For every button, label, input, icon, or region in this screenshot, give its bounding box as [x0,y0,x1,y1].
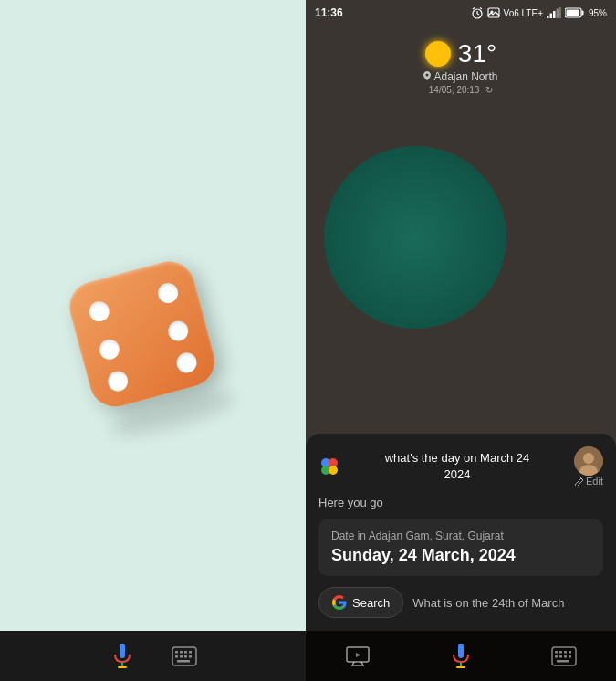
result-date: Sunday, 24 March, 2024 [331,546,590,565]
assistant-query-row: what's the day on March 24 2024 [318,446,603,487]
svg-rect-9 [180,655,183,658]
signal-icon [547,7,561,18]
location-pin-icon [423,70,431,83]
result-location: Date in Adajan Gam, Surat, Gujarat [331,529,590,542]
weather-location: Adajan North [423,70,497,83]
assistant-edit-row[interactable]: Edit [574,476,603,487]
svg-rect-7 [189,651,192,654]
svg-point-32 [329,466,338,475]
svg-line-16 [473,8,475,10]
dice[interactable] [64,256,220,412]
svg-rect-42 [456,666,465,668]
svg-line-17 [480,8,482,10]
svg-rect-45 [559,651,562,654]
google-g-icon [332,595,347,610]
right-bottom-bar [306,631,616,681]
weather-date: 14/05, 20:13 ↻ [429,85,493,95]
sun-icon [425,41,451,67]
status-icons: Vo6 LTE+ 95% [471,6,607,19]
svg-rect-6 [184,651,187,654]
dice-dot-6 [173,351,198,375]
svg-rect-51 [569,655,571,658]
carrier-label: Vo6 LTE+ [504,8,543,18]
svg-rect-50 [564,655,567,658]
dice-dot-5 [106,369,131,393]
svg-rect-22 [553,11,556,18]
dice-dot-1 [87,299,111,323]
svg-rect-27 [566,10,579,16]
google-assistant-icon [318,456,340,477]
keyboard-icon-right[interactable] [546,638,582,675]
location-name: Adajan North [433,70,497,83]
svg-rect-49 [559,655,562,658]
svg-rect-5 [180,651,183,654]
status-bar: 11:36 Vo6 LTE+ [306,0,616,26]
status-time: 11:36 [315,6,343,19]
svg-rect-0 [120,644,125,658]
assistant-right-col: Edit [574,446,603,487]
weather-widget: 31° Adajan North 14/05, 20:13 ↻ [306,26,616,104]
svg-rect-44 [555,651,558,654]
svg-point-28 [426,74,429,77]
svg-rect-26 [581,11,583,16]
dice-dot-3 [97,337,121,361]
svg-rect-18 [488,8,499,17]
svg-line-15 [477,14,479,15]
svg-rect-4 [175,651,178,654]
mic-icon-right[interactable] [443,638,479,675]
assistant-avatar [574,446,603,476]
svg-rect-10 [184,655,187,658]
svg-rect-2 [118,666,127,668]
assistant-query-text-col: what's the day on March 24 2024 [340,450,574,483]
dice-container[interactable] [64,251,243,430]
svg-rect-40 [458,644,464,658]
svg-rect-8 [175,655,178,658]
mic-icon-left[interactable] [110,644,135,669]
right-panel: 11:36 Vo6 LTE+ [306,0,616,681]
assistant-overlay: what's the day on March 24 2024 [306,434,616,631]
dice-dot-2 [155,280,180,305]
alarm-icon [471,6,484,19]
search-label[interactable]: Search [352,596,390,610]
battery-icon [565,7,585,18]
svg-rect-52 [557,660,569,663]
weather-temperature: 31° [458,39,496,68]
svg-rect-48 [555,655,558,658]
svg-rect-23 [556,9,559,19]
left-bottom-bar [0,631,306,681]
refresh-icon[interactable]: ↻ [485,85,493,95]
svg-rect-20 [547,16,549,18]
photo-icon [487,6,500,19]
keyboard-icon-left[interactable] [172,645,197,667]
search-button[interactable]: Search [318,587,403,618]
teal-shape [324,146,506,329]
left-panel [0,0,306,681]
svg-rect-47 [569,651,571,654]
result-card: Date in Adajan Gam, Surat, Gujarat Sunda… [318,519,603,576]
weather-top: 31° [425,39,496,68]
tv-icon [346,646,370,666]
action-row: Search What is on the 24th of March [318,587,603,618]
assistant-query-text: what's the day on March 24 2024 [340,450,574,483]
svg-rect-1 [121,662,123,666]
svg-rect-41 [460,662,462,666]
svg-rect-12 [177,660,190,663]
suggested-query[interactable]: What is on the 24th of March [412,596,564,610]
tv-icon-btn[interactable] [339,638,376,675]
svg-rect-24 [559,7,561,18]
svg-point-34 [583,453,594,464]
dice-dot-4 [165,319,190,343]
assistant-query-left [318,456,340,477]
here-you-go: Here you go [318,496,603,509]
svg-rect-21 [549,14,552,19]
edit-icon [574,477,583,486]
edit-label[interactable]: Edit [586,476,603,487]
battery-label: 95% [589,8,607,18]
svg-rect-46 [564,651,567,654]
svg-rect-11 [189,655,192,658]
